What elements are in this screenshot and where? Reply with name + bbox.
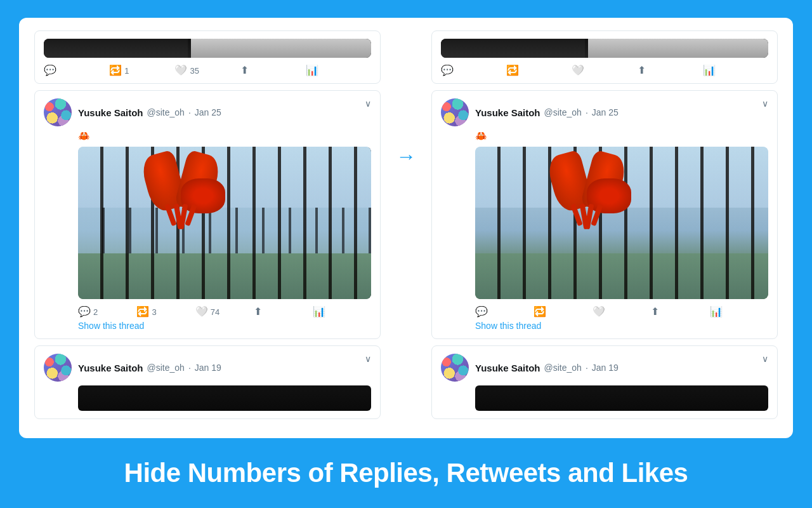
avatar-left-2 bbox=[44, 98, 72, 126]
tweet-top-image-right bbox=[441, 39, 768, 58]
tweet2-actions-left: 💬 2 🔁 3 🤍 74 ⬆ 📊 bbox=[44, 304, 371, 317]
banner-title: Hide Numbers of Replies, Retweets and Li… bbox=[124, 458, 688, 488]
reply-icon-r2: 💬 bbox=[475, 307, 488, 317]
user-name: Yusuke Saitoh bbox=[78, 107, 143, 118]
share-icon-2: ⬆ bbox=[254, 307, 262, 317]
tweet1-actions-left: 💬 🔁 1 🤍 35 ⬆ 📊 bbox=[44, 63, 371, 76]
tweet2-image-left bbox=[78, 147, 371, 299]
dot-sep-r3: · bbox=[586, 363, 588, 373]
chevron-down-icon[interactable]: ∨ bbox=[365, 98, 371, 109]
user-name-r3: Yusuke Saitoh bbox=[475, 363, 540, 373]
like-action[interactable]: 🤍 35 bbox=[174, 65, 240, 76]
tweet1-actions-right: 💬 🔁 🤍 ⬆ 📊 bbox=[441, 63, 768, 76]
user-name-3: Yusuke Saitoh bbox=[78, 363, 143, 373]
show-thread-link-left[interactable]: Show this thread bbox=[44, 321, 371, 331]
tweet2-header-right: Yusuke Saitoh @site_oh · Jan 25 ∨ bbox=[441, 98, 768, 126]
tweet-date-r2: Jan 25 bbox=[592, 107, 619, 117]
tweet-card-3-right: Yusuke Saitoh @site_oh · Jan 19 ∨ bbox=[431, 345, 778, 419]
tweet3-header-left: Yusuke Saitoh @site_oh · Jan 19 ∨ bbox=[44, 354, 371, 382]
chevron-down-icon-3[interactable]: ∨ bbox=[365, 354, 371, 364]
tweet-date-r3: Jan 19 bbox=[592, 363, 619, 373]
stats-icon: 📊 bbox=[306, 65, 318, 76]
share-icon-r2: ⬆ bbox=[651, 307, 659, 317]
reply-action-r1[interactable]: 💬 bbox=[441, 65, 506, 76]
stats-action-2[interactable]: 📊 bbox=[313, 307, 371, 317]
like-action-r1[interactable]: 🤍 bbox=[572, 65, 637, 76]
reply-icon-2: 💬 bbox=[78, 307, 91, 317]
tweet-date-3: Jan 19 bbox=[195, 363, 221, 373]
like-icon-r1: 🤍 bbox=[572, 65, 584, 76]
retweet-action[interactable]: 🔁 1 bbox=[109, 65, 174, 76]
user-info-right-3: Yusuke Saitoh @site_oh · Jan 19 bbox=[475, 363, 619, 373]
like-count-2: 74 bbox=[211, 307, 219, 317]
tweet3-header-right-content: Yusuke Saitoh @site_oh · Jan 19 bbox=[441, 354, 619, 382]
tweet-card-2-right: Yusuke Saitoh @site_oh · Jan 25 ∨ 🦀 bbox=[431, 90, 778, 339]
tweet-card-3-left: Yusuke Saitoh @site_oh · Jan 19 ∨ bbox=[34, 345, 381, 419]
chevron-down-icon-r3[interactable]: ∨ bbox=[762, 354, 768, 364]
retweet-icon-r1: 🔁 bbox=[506, 65, 519, 76]
user-handle-r3: @site_oh bbox=[544, 363, 582, 373]
reply-icon-r1: 💬 bbox=[441, 65, 454, 76]
right-arrow-icon: → bbox=[396, 145, 416, 168]
stats-action[interactable]: 📊 bbox=[306, 65, 371, 76]
tweet2-header-left: Yusuke Saitoh @site_oh · Jan 25 ∨ bbox=[44, 98, 371, 126]
tweet2-actions-right: 💬 🔁 🤍 ⬆ 📊 bbox=[441, 304, 768, 317]
user-name-row-r3: Yusuke Saitoh @site_oh · Jan 19 bbox=[475, 363, 619, 373]
tweet-card-1-right: 💬 🔁 🤍 ⬆ 📊 bbox=[431, 30, 778, 84]
user-name-row: Yusuke Saitoh @site_oh · Jan 25 bbox=[78, 107, 221, 118]
bottom-banner: Hide Numbers of Replies, Retweets and Li… bbox=[0, 438, 812, 508]
share-action-2[interactable]: ⬆ bbox=[254, 307, 312, 317]
reply-action-2[interactable]: 💬 2 bbox=[78, 307, 136, 317]
share-icon-r1: ⬆ bbox=[638, 65, 646, 76]
main-card: 💬 🔁 1 🤍 35 ⬆ 📊 bbox=[19, 18, 793, 438]
dot-sep-3: · bbox=[188, 363, 191, 373]
user-handle-r2: @site_oh bbox=[544, 107, 582, 117]
show-thread-link-right[interactable]: Show this thread bbox=[441, 321, 768, 331]
stats-action-r1[interactable]: 📊 bbox=[703, 65, 768, 76]
retweet-action-r2[interactable]: 🔁 bbox=[534, 307, 592, 317]
tweet3-image-right bbox=[475, 385, 768, 411]
stats-icon-r1: 📊 bbox=[703, 65, 716, 76]
like-count: 35 bbox=[190, 66, 199, 76]
like-action-2[interactable]: 🤍 74 bbox=[195, 307, 254, 317]
avatar-left-3 bbox=[44, 354, 72, 382]
stats-icon-r2: 📊 bbox=[710, 307, 723, 317]
like-icon: 🤍 bbox=[174, 65, 187, 76]
retweet-icon-2: 🔁 bbox=[136, 307, 149, 317]
user-handle: @site_oh bbox=[147, 107, 185, 117]
chevron-down-icon-r2[interactable]: ∨ bbox=[762, 98, 768, 109]
avatar-right-2 bbox=[441, 98, 469, 126]
share-icon: ⬆ bbox=[240, 65, 249, 76]
share-action-r1[interactable]: ⬆ bbox=[638, 65, 703, 76]
tweet-date: Jan 25 bbox=[195, 107, 221, 117]
retweet-action-r1[interactable]: 🔁 bbox=[506, 65, 572, 76]
share-action-r2[interactable]: ⬆ bbox=[651, 307, 709, 317]
like-icon-2: 🤍 bbox=[195, 307, 208, 317]
stats-action-r2[interactable]: 📊 bbox=[710, 307, 768, 317]
user-name-row-3: Yusuke Saitoh @site_oh · Jan 19 bbox=[78, 363, 221, 373]
tweet2-image-right bbox=[475, 147, 768, 299]
reply-action[interactable]: 💬 bbox=[44, 65, 109, 76]
tweet-top-image-left bbox=[44, 39, 371, 58]
left-panel: 💬 🔁 1 🤍 35 ⬆ 📊 bbox=[34, 30, 381, 425]
reply-icon: 💬 bbox=[44, 65, 56, 76]
tweet2-header-right-content: Yusuke Saitoh @site_oh · Jan 25 bbox=[441, 98, 619, 126]
tweet-card-1-left: 💬 🔁 1 🤍 35 ⬆ 📊 bbox=[34, 30, 381, 84]
tweet3-image-left bbox=[78, 385, 371, 411]
tweet2-text-right: 🦀 bbox=[441, 130, 768, 142]
user-info-right-2: Yusuke Saitoh @site_oh · Jan 25 bbox=[475, 107, 619, 118]
retweet-icon: 🔁 bbox=[109, 65, 122, 76]
tweet-card-2-left: Yusuke Saitoh @site_oh · Jan 25 ∨ 🦀 bbox=[34, 90, 381, 339]
tweet3-header-left-content: Yusuke Saitoh @site_oh · Jan 19 bbox=[44, 354, 221, 382]
reply-action-r2[interactable]: 💬 bbox=[475, 307, 534, 317]
stats-icon-2: 📊 bbox=[313, 307, 325, 317]
user-name-row-r2: Yusuke Saitoh @site_oh · Jan 25 bbox=[475, 107, 619, 118]
like-action-r2[interactable]: 🤍 bbox=[593, 307, 651, 317]
dot-separator: · bbox=[188, 107, 191, 117]
retweet-count: 1 bbox=[124, 66, 129, 76]
retweet-action-2[interactable]: 🔁 3 bbox=[136, 307, 195, 317]
tweet2-header-left-content: Yusuke Saitoh @site_oh · Jan 25 bbox=[44, 98, 221, 126]
user-name-r2: Yusuke Saitoh bbox=[475, 107, 540, 118]
dot-sep-r2: · bbox=[586, 107, 588, 117]
share-action[interactable]: ⬆ bbox=[240, 65, 306, 76]
